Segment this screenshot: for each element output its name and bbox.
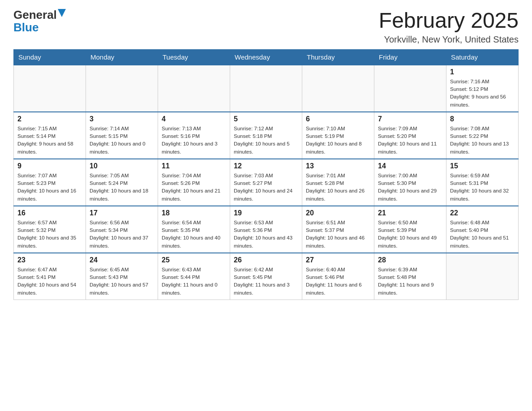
day-info: Sunrise: 6:51 AMSunset: 5:37 PMDaylight:… [306,219,370,250]
day-info: Sunrise: 7:13 AMSunset: 5:16 PMDaylight:… [162,125,226,156]
day-number: 1 [450,68,515,76]
day-info: Sunrise: 6:40 AMSunset: 5:46 PMDaylight:… [306,266,370,297]
calendar-cell: 8Sunrise: 7:08 AMSunset: 5:22 PMDaylight… [446,112,519,159]
day-info: Sunrise: 6:43 AMSunset: 5:44 PMDaylight:… [162,266,226,297]
calendar-cell: 28Sunrise: 6:39 AMSunset: 5:48 PMDayligh… [374,253,446,300]
calendar-cell: 7Sunrise: 7:09 AMSunset: 5:20 PMDaylight… [374,112,446,159]
calendar-week-row: 9Sunrise: 7:07 AMSunset: 5:23 PMDaylight… [14,159,519,206]
day-info: Sunrise: 7:03 AMSunset: 5:27 PMDaylight:… [234,172,298,203]
weekday-header-row: SundayMondayTuesdayWednesdayThursdayFrid… [14,49,519,65]
calendar-cell: 16Sunrise: 6:57 AMSunset: 5:32 PMDayligh… [14,206,86,253]
weekday-header-saturday: Saturday [446,49,519,65]
day-info: Sunrise: 7:05 AMSunset: 5:24 PMDaylight:… [90,172,154,203]
day-info: Sunrise: 7:12 AMSunset: 5:18 PMDaylight:… [234,125,298,156]
day-number: 3 [90,115,154,123]
calendar-week-row: 2Sunrise: 7:15 AMSunset: 5:14 PMDaylight… [14,112,519,159]
month-year-title: February 2025 [379,9,519,33]
day-info: Sunrise: 7:08 AMSunset: 5:22 PMDaylight:… [450,125,515,156]
day-number: 12 [234,162,298,170]
calendar-cell: 1Sunrise: 7:16 AMSunset: 5:12 PMDaylight… [446,65,519,112]
day-number: 20 [306,209,370,217]
calendar-cell: 18Sunrise: 6:54 AMSunset: 5:35 PMDayligh… [158,206,230,253]
day-info: Sunrise: 7:09 AMSunset: 5:20 PMDaylight:… [378,125,442,156]
day-info: Sunrise: 7:15 AMSunset: 5:14 PMDaylight:… [17,125,82,156]
calendar-cell: 14Sunrise: 7:00 AMSunset: 5:30 PMDayligh… [374,159,446,206]
day-info: Sunrise: 7:07 AMSunset: 5:23 PMDaylight:… [17,172,82,203]
calendar-cell: 6Sunrise: 7:10 AMSunset: 5:19 PMDaylight… [302,112,374,159]
location-subtitle: Yorkville, New York, United States [379,34,519,45]
calendar-cell: 11Sunrise: 7:04 AMSunset: 5:26 PMDayligh… [158,159,230,206]
day-number: 22 [450,209,515,217]
calendar-cell: 25Sunrise: 6:43 AMSunset: 5:44 PMDayligh… [158,253,230,300]
day-number: 11 [162,162,226,170]
day-number: 17 [90,209,154,217]
day-info: Sunrise: 7:16 AMSunset: 5:12 PMDaylight:… [450,78,515,109]
day-number: 24 [90,256,154,264]
calendar-cell [14,65,86,112]
day-number: 26 [234,256,298,264]
calendar-week-row: 23Sunrise: 6:47 AMSunset: 5:41 PMDayligh… [14,253,519,300]
weekday-header-sunday: Sunday [14,49,86,65]
day-info: Sunrise: 6:57 AMSunset: 5:32 PMDaylight:… [17,219,82,250]
day-number: 21 [378,209,442,217]
calendar-cell [158,65,230,112]
calendar-cell: 10Sunrise: 7:05 AMSunset: 5:24 PMDayligh… [86,159,158,206]
weekday-header-thursday: Thursday [302,49,374,65]
calendar-cell: 3Sunrise: 7:14 AMSunset: 5:15 PMDaylight… [86,112,158,159]
page-header: General Blue February 2025 Yorkville, Ne… [13,9,519,45]
day-info: Sunrise: 6:47 AMSunset: 5:41 PMDaylight:… [17,266,82,297]
weekday-header-monday: Monday [86,49,158,65]
calendar-cell [446,253,519,300]
logo-general-text: General [13,9,57,21]
calendar-cell: 27Sunrise: 6:40 AMSunset: 5:46 PMDayligh… [302,253,374,300]
day-number: 5 [234,115,298,123]
calendar-cell [374,65,446,112]
calendar-cell: 5Sunrise: 7:12 AMSunset: 5:18 PMDaylight… [230,112,302,159]
day-info: Sunrise: 6:48 AMSunset: 5:40 PMDaylight:… [450,219,515,250]
day-number: 25 [162,256,226,264]
day-info: Sunrise: 7:04 AMSunset: 5:26 PMDaylight:… [162,172,226,203]
logo-triangle-icon [58,9,66,17]
day-number: 19 [234,209,298,217]
day-info: Sunrise: 6:42 AMSunset: 5:45 PMDaylight:… [234,266,298,297]
calendar-cell: 2Sunrise: 7:15 AMSunset: 5:14 PMDaylight… [14,112,86,159]
day-number: 16 [17,209,82,217]
day-info: Sunrise: 7:14 AMSunset: 5:15 PMDaylight:… [90,125,154,156]
day-number: 27 [306,256,370,264]
logo: General Blue [13,9,66,34]
day-number: 15 [450,162,515,170]
weekday-header-wednesday: Wednesday [230,49,302,65]
calendar-cell: 9Sunrise: 7:07 AMSunset: 5:23 PMDaylight… [14,159,86,206]
calendar-cell: 22Sunrise: 6:48 AMSunset: 5:40 PMDayligh… [446,206,519,253]
calendar-week-row: 1Sunrise: 7:16 AMSunset: 5:12 PMDaylight… [14,65,519,112]
calendar-cell: 17Sunrise: 6:56 AMSunset: 5:34 PMDayligh… [86,206,158,253]
calendar-cell: 12Sunrise: 7:03 AMSunset: 5:27 PMDayligh… [230,159,302,206]
calendar-cell: 21Sunrise: 6:50 AMSunset: 5:39 PMDayligh… [374,206,446,253]
calendar-cell: 23Sunrise: 6:47 AMSunset: 5:41 PMDayligh… [14,253,86,300]
day-info: Sunrise: 6:39 AMSunset: 5:48 PMDaylight:… [378,266,442,297]
calendar-cell [86,65,158,112]
day-info: Sunrise: 6:53 AMSunset: 5:36 PMDaylight:… [234,219,298,250]
calendar-cell [230,65,302,112]
day-number: 14 [378,162,442,170]
calendar-week-row: 16Sunrise: 6:57 AMSunset: 5:32 PMDayligh… [14,206,519,253]
day-number: 9 [17,162,82,170]
day-info: Sunrise: 6:50 AMSunset: 5:39 PMDaylight:… [378,219,442,250]
day-number: 13 [306,162,370,170]
calendar-table: SundayMondayTuesdayWednesdayThursdayFrid… [13,49,519,300]
day-number: 2 [17,115,82,123]
calendar-cell: 13Sunrise: 7:01 AMSunset: 5:28 PMDayligh… [302,159,374,206]
day-number: 10 [90,162,154,170]
logo-blue-text: Blue [13,21,39,34]
day-info: Sunrise: 6:59 AMSunset: 5:31 PMDaylight:… [450,172,515,203]
calendar-cell: 4Sunrise: 7:13 AMSunset: 5:16 PMDaylight… [158,112,230,159]
calendar-cell: 15Sunrise: 6:59 AMSunset: 5:31 PMDayligh… [446,159,519,206]
day-number: 28 [378,256,442,264]
day-number: 18 [162,209,226,217]
day-info: Sunrise: 6:45 AMSunset: 5:43 PMDaylight:… [90,266,154,297]
day-number: 23 [17,256,82,264]
weekday-header-tuesday: Tuesday [158,49,230,65]
day-info: Sunrise: 6:54 AMSunset: 5:35 PMDaylight:… [162,219,226,250]
day-number: 8 [450,115,515,123]
calendar-cell [302,65,374,112]
